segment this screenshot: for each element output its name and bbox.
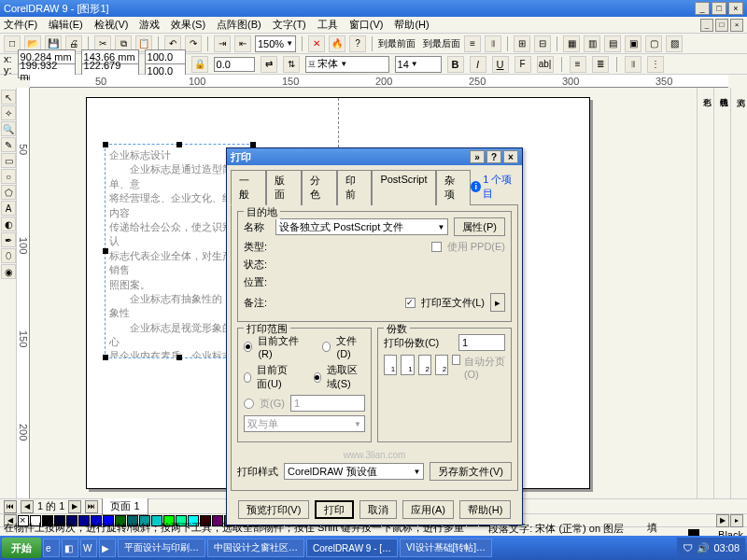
shape-tool-icon[interactable]: ✧ (1, 105, 16, 120)
last-page-button[interactable]: ⏭ (85, 500, 98, 513)
menu-file[interactable]: 文件(F) (4, 18, 37, 32)
palette-menu-button[interactable]: ▸ (730, 514, 743, 527)
help-button[interactable]: 帮助(H) (459, 500, 511, 519)
fill-tool-icon[interactable]: ◉ (1, 264, 16, 279)
menu-text[interactable]: 文字(T) (273, 18, 306, 32)
menu-effects[interactable]: 效果(S) (171, 18, 205, 32)
align-c-icon[interactable]: ≣ (592, 56, 609, 73)
rotation-field[interactable]: 0.0 (214, 57, 255, 72)
tray-icon[interactable]: 🛡 (683, 542, 693, 553)
tab-separations[interactable]: 分色 (302, 170, 337, 205)
properties-button[interactable]: 属性(P) (454, 217, 505, 236)
docker-color[interactable]: 色彩 (697, 88, 713, 498)
polygon-tool-icon[interactable]: ⬠ (1, 185, 16, 200)
zoom-combo[interactable]: 150%▼ (255, 35, 296, 52)
doc-minimize-button[interactable]: _ (700, 19, 713, 32)
menu-edit[interactable]: 编辑(E) (49, 18, 83, 32)
sx-field[interactable]: 100.0 (145, 49, 186, 64)
apply-button[interactable]: 应用(A) (402, 500, 454, 519)
minimize-button[interactable]: _ (695, 2, 710, 15)
quick-launch-icon[interactable]: W (80, 539, 97, 557)
print-to-file-checkbox[interactable]: ✓ (405, 298, 416, 308)
print-style-combo[interactable]: CorelDRAW 预设值▼ (284, 463, 424, 480)
italic-icon[interactable]: I (470, 56, 486, 73)
current-doc-radio[interactable] (244, 342, 252, 352)
underline-icon[interactable]: U (492, 56, 509, 73)
bold-icon[interactable]: B (447, 56, 464, 73)
align-l-icon[interactable]: ≡ (570, 56, 586, 73)
doc-restore-button[interactable]: □ (715, 19, 728, 32)
distribute-icon[interactable]: ⫴ (485, 35, 501, 52)
first-page-button[interactable]: ⏮ (4, 500, 17, 513)
ungroup-icon[interactable]: ⊟ (534, 35, 551, 52)
text-tool-icon[interactable]: A (1, 201, 16, 216)
menu-bitmaps[interactable]: 点阵图(B) (217, 18, 261, 32)
lock-ratio-icon[interactable]: 🔒 (191, 56, 208, 73)
dialog-titlebar[interactable]: 打印 » ? × (227, 148, 522, 165)
tab-general[interactable]: 一般 (231, 170, 266, 205)
bullets-icon[interactable]: ⋮ (647, 56, 664, 73)
script-icon[interactable]: ✕ (308, 35, 325, 52)
tab-postscript[interactable]: PostScript (372, 170, 435, 205)
mirror-h-icon[interactable]: ⇄ (261, 56, 277, 73)
redo-icon[interactable]: ↷ (185, 35, 202, 52)
selection-radio[interactable] (314, 372, 321, 383)
zoom-tool-icon[interactable]: 🔍 (1, 121, 16, 136)
group-icon[interactable]: ⊞ (514, 35, 530, 52)
edit-text-icon[interactable]: ab| (537, 56, 554, 73)
menu-window[interactable]: 窗口(V) (349, 18, 384, 32)
next-page-button[interactable]: ▶ (68, 500, 81, 513)
quick-launch-icon[interactable]: e (43, 539, 60, 557)
taskbar-item[interactable]: 中国设计之窗社区… (207, 539, 304, 557)
mirror-v-icon[interactable]: ⇅ (283, 56, 300, 73)
dialog-close-button[interactable]: × (503, 150, 518, 163)
start-button[interactable]: 开始 (2, 538, 41, 558)
maximize-button[interactable]: □ (712, 2, 726, 15)
grid-icon[interactable]: ▦ (563, 35, 580, 52)
dialog-help-button[interactable]: ? (486, 150, 501, 163)
opt2-icon[interactable]: ▢ (645, 35, 662, 52)
align-icon[interactable]: ≡ (464, 35, 481, 52)
fontsize-combo[interactable]: 14▼ (395, 56, 442, 73)
printer-name-combo[interactable]: 设备独立式 PostScript 文件▼ (275, 218, 448, 235)
menu-help[interactable]: 帮助(H) (394, 18, 429, 32)
resize-handle[interactable] (176, 355, 182, 360)
docker-browse[interactable]: 浏览 (730, 88, 747, 498)
tab-misc[interactable]: 杂项 (436, 170, 472, 205)
prev-page-button[interactable]: ◀ (21, 500, 34, 513)
resize-handle[interactable] (103, 355, 108, 360)
quick-launch-icon[interactable]: ◧ (62, 539, 78, 557)
file-settings-button[interactable]: ▸ (490, 293, 505, 312)
print-preview-button[interactable]: 预览打印(V) (238, 500, 310, 519)
documents-radio[interactable] (322, 342, 331, 352)
close-button[interactable]: × (728, 2, 743, 15)
opt1-icon[interactable]: ▣ (625, 35, 641, 52)
print-button[interactable]: 打印 (315, 500, 354, 519)
tray-icon[interactable]: 🔊 (697, 542, 710, 554)
doc-close-button[interactable]: × (730, 19, 743, 32)
eyedrop-tool-icon[interactable]: ✒ (1, 232, 16, 247)
export-icon[interactable]: ⇤ (234, 35, 251, 52)
freehand-tool-icon[interactable]: ✎ (1, 137, 16, 152)
menu-tools[interactable]: 工具 (317, 18, 338, 32)
palette-scroll-right[interactable]: ▶ (716, 514, 729, 527)
resize-handle[interactable] (103, 248, 108, 254)
no-color-swatch[interactable] (18, 515, 29, 526)
format-icon[interactable]: F (514, 56, 531, 73)
interactive-tool-icon[interactable]: ◐ (1, 217, 16, 231)
resize-handle[interactable] (103, 142, 108, 147)
taskbar-item[interactable]: 平面设计与印刷… (118, 539, 205, 557)
opt3-icon[interactable]: ▨ (666, 35, 683, 52)
to-back-label[interactable]: 到最后面 (423, 37, 460, 50)
flame-icon[interactable]: 🔥 (329, 35, 345, 52)
tab-prepress[interactable]: 印前 (337, 170, 373, 205)
menu-layout[interactable]: 游戏 (139, 18, 160, 32)
snap-icon[interactable]: ▤ (604, 35, 621, 52)
current-page-radio[interactable] (244, 372, 251, 383)
pick-tool-icon[interactable]: ↖ (1, 90, 16, 105)
rect-tool-icon[interactable]: ▭ (1, 153, 16, 168)
menu-view[interactable]: 检视(V) (94, 18, 129, 32)
ellipse-tool-icon[interactable]: ○ (1, 169, 16, 184)
outline-tool-icon[interactable]: ⬯ (1, 248, 16, 263)
copies-field[interactable]: 1 (458, 334, 505, 351)
